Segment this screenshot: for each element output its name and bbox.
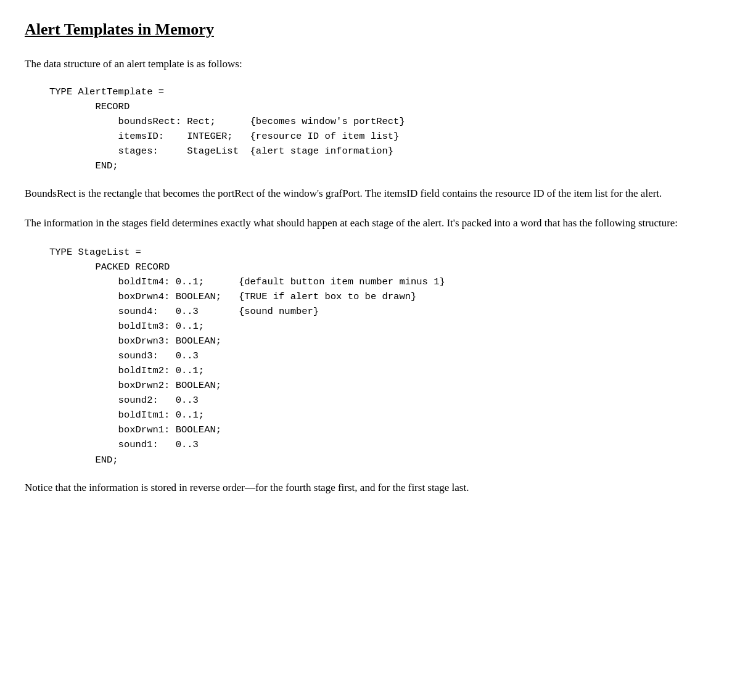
page-title: Alert Templates in Memory <box>25 17 715 41</box>
body-paragraph-3: Notice that the information is stored in… <box>25 480 715 496</box>
body-paragraph-2: The information in the stages field dete… <box>25 215 715 231</box>
intro-paragraph: The data structure of an alert template … <box>25 56 715 72</box>
body-paragraph-1: BoundsRect is the rectangle that becomes… <box>25 186 715 202</box>
code-block-alert-template: TYPE AlertTemplate = RECORD boundsRect: … <box>49 84 715 173</box>
code-block-stage-list: TYPE StageList = PACKED RECORD boldItm4:… <box>49 245 715 467</box>
